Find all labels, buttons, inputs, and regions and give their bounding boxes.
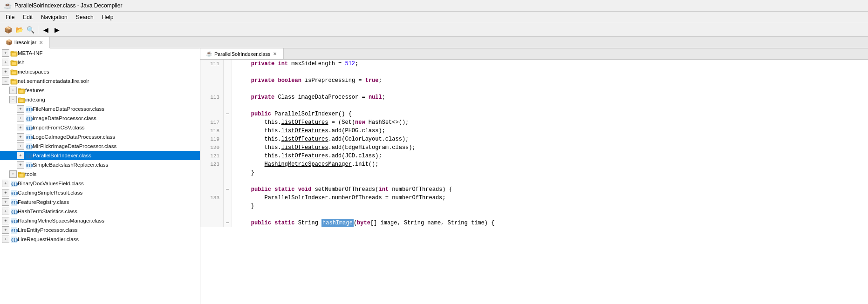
expand-icon[interactable]: + bbox=[2, 217, 9, 224]
collapse-toggle bbox=[224, 127, 232, 135]
tree-item-indexing[interactable]: − indexing bbox=[0, 95, 200, 104]
svg-text:010: 010 bbox=[11, 238, 18, 243]
field-ref: listOfFeatures bbox=[281, 135, 328, 143]
tree-item-label: META-INF bbox=[18, 49, 42, 57]
expand-icon[interactable]: + bbox=[17, 105, 24, 113]
line-code: private int maxSideLength = 512; bbox=[232, 60, 868, 68]
expand-icon[interactable]: + bbox=[17, 142, 24, 150]
code-file-tab[interactable]: ☕ParallelSolrIndexer.class✕ bbox=[200, 48, 284, 59]
menu-file[interactable]: File bbox=[2, 13, 18, 22]
line-number bbox=[200, 85, 224, 93]
code-line: } bbox=[200, 169, 868, 177]
expand-icon[interactable]: + bbox=[2, 49, 9, 57]
code-line: 113 private Class imageDataProcessor = n… bbox=[200, 93, 868, 101]
svg-text:010: 010 bbox=[26, 145, 33, 149]
back-btn[interactable]: ◀ bbox=[41, 25, 51, 35]
menu-navigation[interactable]: Navigation bbox=[37, 13, 71, 22]
tree-item-FileNameDataProcessor[interactable]: + 010 FileNameDataProcessor.class bbox=[0, 104, 200, 114]
tree-item-label: SimpleBackslashReplacer.class bbox=[33, 161, 108, 169]
expand-icon[interactable]: + bbox=[2, 59, 9, 66]
menu-bar: FileEditNavigationSearchHelp bbox=[0, 12, 868, 23]
open-file-btn[interactable]: 🔍 bbox=[25, 25, 35, 35]
tree-item-BinaryDocValuesField[interactable]: + 010 BinaryDocValuesField.class bbox=[0, 179, 200, 188]
menu-edit[interactable]: Edit bbox=[19, 13, 36, 22]
code-editor[interactable]: 111 private int maxSideLength = 512; pri… bbox=[200, 60, 868, 304]
tree-item-lsh[interactable]: + lsh bbox=[0, 58, 200, 67]
code-text: this. bbox=[238, 152, 281, 160]
svg-text:010: 010 bbox=[11, 182, 18, 187]
collapse-toggle[interactable]: − bbox=[224, 185, 232, 194]
tree-item-tools[interactable]: + tools bbox=[0, 169, 200, 179]
tree-item-label: ParallelSolrIndexer.class bbox=[33, 151, 91, 160]
code-line: − public static String hashImage(byte[] … bbox=[200, 219, 868, 227]
tree-item-ImageDataProcessor[interactable]: + 010 ImageDataProcessor.class bbox=[0, 114, 200, 123]
tree-item-net-semanticmetadata[interactable]: − net.semanticmetadata.lire.solr bbox=[0, 76, 200, 86]
collapse-toggle[interactable]: − bbox=[224, 219, 232, 227]
code-text bbox=[238, 110, 251, 118]
field-ref: HashingMetricSpacesManager bbox=[265, 160, 352, 169]
tree-item-FeatureRegistry[interactable]: + 010 FeatureRegistry.class bbox=[0, 197, 200, 207]
line-number bbox=[200, 185, 224, 194]
tree-item-ImportFromCSV[interactable]: + 010 ImportFromCSV.class bbox=[0, 123, 200, 132]
tree-item-label: lsh bbox=[18, 58, 25, 67]
expand-icon[interactable]: + bbox=[2, 198, 9, 206]
expand-icon[interactable]: + bbox=[2, 68, 9, 75]
menu-search[interactable]: Search bbox=[72, 13, 97, 22]
code-panel: ☕ParallelSolrIndexer.class✕ 111 private … bbox=[200, 48, 868, 304]
keyword: byte bbox=[357, 219, 370, 227]
svg-rect-17 bbox=[19, 99, 24, 102]
open-folder-btn[interactable]: 📂 bbox=[14, 25, 24, 35]
expand-icon[interactable]: + bbox=[9, 170, 17, 178]
forward-btn[interactable]: ▶ bbox=[52, 25, 62, 35]
collapse-icon[interactable]: − bbox=[2, 77, 9, 85]
tree-item-LireEntityProcessor[interactable]: + 010 LireEntityProcessor.class bbox=[0, 225, 200, 235]
tree-item-SimpleBackslashReplacer[interactable]: + 010 SimpleBackslashReplacer.class bbox=[0, 160, 200, 169]
tree-item-label: MirFlickrImageDataProcessor.class bbox=[33, 142, 116, 150]
code-text: = (Set) bbox=[328, 118, 355, 127]
expand-icon[interactable]: + bbox=[2, 180, 9, 187]
tree-item-CachingSimpleResult[interactable]: + 010 CachingSimpleResult.class bbox=[0, 188, 200, 197]
line-number bbox=[200, 101, 224, 110]
code-text: .init(); bbox=[352, 160, 379, 169]
main-jar-tab[interactable]: 📦liresolr.jar✕ bbox=[0, 37, 50, 48]
tab-jar-label: liresolr.jar bbox=[14, 40, 36, 45]
tree-item-MirFlickrImageDataProcessor[interactable]: + 010 MirFlickrImageDataProcessor.class bbox=[0, 142, 200, 151]
tree-item-LireRequestHandler[interactable]: + 010 LireRequestHandler.class bbox=[0, 235, 200, 244]
tree-item-label: HashTermStatistics.class bbox=[18, 207, 77, 216]
code-tab-close[interactable]: ✕ bbox=[272, 51, 278, 56]
expand-icon[interactable]: + bbox=[2, 189, 9, 196]
expand-icon[interactable]: + bbox=[17, 152, 24, 159]
tree-item-LogoCaImageDataProcessor[interactable]: + 010 LogoCaImageDataProcessor.class bbox=[0, 132, 200, 142]
svg-rect-10 bbox=[11, 79, 14, 81]
collapse-toggle bbox=[224, 177, 232, 185]
expand-icon[interactable]: + bbox=[17, 115, 24, 122]
tree-item-HashTermStatistics[interactable]: + 010 HashTermStatistics.class bbox=[0, 207, 200, 216]
tree-item-meta-inf[interactable]: + META-INF bbox=[0, 48, 200, 58]
keyword: public bbox=[251, 110, 271, 118]
keyword: void bbox=[298, 185, 312, 194]
tree-item-HashingMetricSpacesManager[interactable]: + 010 HashingMetricSpacesManager.class bbox=[0, 216, 200, 225]
folder-icon bbox=[10, 58, 18, 67]
line-number: 119 bbox=[200, 135, 224, 143]
menu-help[interactable]: Help bbox=[98, 13, 117, 22]
expand-icon[interactable]: + bbox=[2, 226, 9, 234]
tree-item-metricspaces[interactable]: + metricspaces bbox=[0, 67, 200, 76]
collapse-toggle[interactable]: − bbox=[224, 110, 232, 118]
expand-icon[interactable]: + bbox=[2, 208, 9, 215]
code-line: 118 this.listOfFeatures.add(PHOG.class); bbox=[200, 127, 868, 135]
code-text: HashSet<>(); bbox=[365, 118, 409, 127]
class-icon: 010 bbox=[25, 123, 33, 132]
expand-icon[interactable]: + bbox=[17, 124, 24, 131]
code-line: 123 HashingMetricSpacesManager.init(); bbox=[200, 160, 868, 169]
tree-item-ParallelSolrIndexer[interactable]: + 010 ParallelSolrIndexer.class bbox=[0, 151, 200, 160]
keyword: int bbox=[278, 60, 288, 68]
expand-icon[interactable]: + bbox=[17, 133, 24, 141]
expand-icon[interactable]: + bbox=[17, 161, 24, 169]
tab-jar-close[interactable]: ✕ bbox=[38, 40, 44, 45]
open-jar-btn[interactable]: 📦 bbox=[3, 25, 13, 35]
collapse-icon[interactable]: − bbox=[9, 96, 17, 103]
tree-item-label: ImageDataProcessor.class bbox=[33, 114, 96, 122]
expand-icon[interactable]: + bbox=[2, 236, 9, 243]
tree-item-features[interactable]: + features bbox=[0, 86, 200, 95]
expand-icon[interactable]: + bbox=[9, 87, 17, 94]
